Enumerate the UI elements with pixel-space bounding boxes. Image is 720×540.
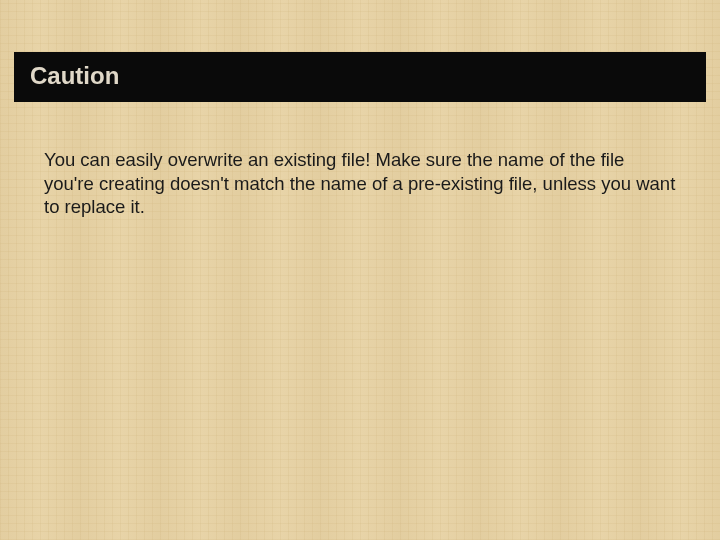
- slide-title-bar: Caution: [14, 52, 706, 102]
- slide-title: Caution: [30, 62, 119, 89]
- slide-body-text: You can easily overwrite an existing fil…: [44, 148, 676, 219]
